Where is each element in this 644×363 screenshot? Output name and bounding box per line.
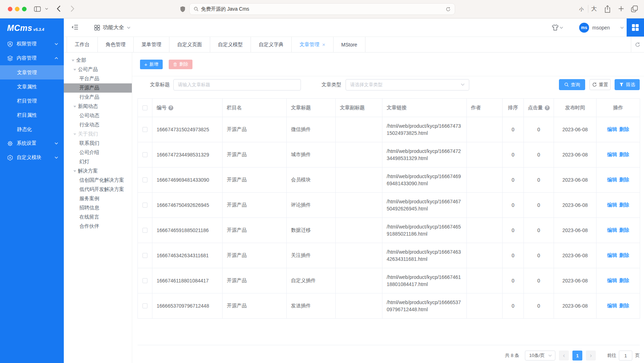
edit-link[interactable]: 编辑 — [607, 126, 617, 133]
tab-overview-icon[interactable] — [631, 5, 638, 12]
username[interactable]: msopen — [592, 18, 610, 37]
tree-node-联系我们[interactable]: 联系我们 — [64, 139, 132, 148]
prev-page-button[interactable]: ‹ — [559, 351, 569, 361]
row-checkbox[interactable] — [142, 127, 147, 132]
breadcrumb[interactable]: 功能大全 — [94, 18, 130, 37]
tree-node-平台产品[interactable]: 平台产品 — [64, 74, 132, 83]
browser-sidebar-icon[interactable] — [34, 6, 41, 12]
tree-expander-icon[interactable] — [73, 170, 76, 172]
tree-node-低代码开发解决方案[interactable]: 低代码开发解决方案 — [64, 185, 132, 194]
tab-菜单管理[interactable]: 菜单管理 — [134, 37, 169, 52]
delete-link[interactable]: 删除 — [619, 303, 629, 309]
tab-自定义字典[interactable]: 自定义字典 — [251, 37, 292, 52]
row-checkbox[interactable] — [142, 203, 147, 208]
delete-link[interactable]: 删除 — [619, 252, 629, 259]
reload-icon[interactable] — [446, 7, 450, 12]
forward-icon[interactable] — [71, 5, 74, 12]
tree-node-公司产品[interactable]: 公司产品 — [64, 65, 132, 74]
edit-link[interactable]: 编辑 — [607, 227, 617, 233]
tab-工作台[interactable]: 工作台 — [67, 37, 98, 52]
next-page-button[interactable]: › — [586, 351, 596, 361]
page-size-select[interactable]: 10条/页 — [525, 351, 555, 361]
sidebar-item-权限管理[interactable]: 权限管理 — [0, 37, 64, 51]
sidebar-subitem-栏目管理[interactable]: 栏目管理 — [0, 94, 64, 108]
search-button[interactable]: 查询 — [559, 79, 585, 90]
refresh-tab-button[interactable] — [631, 37, 644, 52]
theme-chevron-icon[interactable] — [560, 18, 563, 37]
edit-link[interactable]: 编辑 — [607, 202, 617, 208]
tree-node-幻灯[interactable]: 幻灯 — [64, 157, 132, 166]
avatar[interactable]: ms — [579, 18, 589, 37]
sidebar-subitem-文章属性[interactable]: 文章属性 — [0, 79, 64, 94]
tree-node-解决方案[interactable]: 解决方案 — [64, 166, 132, 176]
sidebar-item-内容管理[interactable]: 内容管理 — [0, 51, 64, 65]
sidebar-subitem-文章管理[interactable]: 文章管理 — [0, 65, 64, 79]
delete-link[interactable]: 删除 — [619, 126, 629, 133]
tree-expander-icon[interactable] — [72, 60, 74, 61]
user-chevron-icon[interactable] — [620, 18, 624, 37]
tree-node-信创国产化解决方案[interactable]: 信创国产化解决方案 — [64, 176, 132, 185]
tree-node-合作伙伴[interactable]: 合作伙伴 — [64, 222, 132, 231]
tree-node-开源产品[interactable]: 开源产品 — [64, 83, 132, 93]
tab-角色管理[interactable]: 角色管理 — [98, 37, 134, 52]
tree-node-行业产品[interactable]: 行业产品 — [64, 93, 132, 102]
window-zoom-button[interactable] — [22, 7, 27, 11]
tree-node-行业动态[interactable]: 行业动态 — [64, 120, 132, 130]
current-page-button[interactable]: 1 — [572, 351, 582, 361]
delete-link[interactable]: 删除 — [619, 277, 629, 284]
privacy-shield-icon[interactable] — [180, 6, 185, 12]
tree-expander-icon[interactable] — [73, 133, 76, 135]
goto-page-input[interactable] — [619, 351, 632, 361]
tree-node-公司动态[interactable]: 公司动态 — [64, 111, 132, 120]
tab-自定义页面[interactable]: 自定义页面 — [169, 37, 210, 52]
tree-node-在线留言[interactable]: 在线留言 — [64, 213, 132, 222]
tree-node-新闻动态[interactable]: 新闻动态 — [64, 102, 132, 111]
row-checkbox[interactable] — [142, 303, 147, 308]
sidebar-item-系统设置[interactable]: 系统设置 — [0, 136, 64, 150]
tree-node-公司介绍[interactable]: 公司介绍 — [64, 148, 132, 157]
edit-link[interactable]: 编辑 — [607, 303, 617, 309]
sidebar-subitem-栏目属性[interactable]: 栏目属性 — [0, 108, 64, 122]
reset-button[interactable]: 重置 — [589, 79, 611, 90]
row-checkbox[interactable] — [142, 253, 147, 258]
window-close-button[interactable] — [8, 7, 12, 11]
collapse-menu-icon[interactable] — [72, 24, 78, 30]
text-smaller-button[interactable]: 小 — [579, 6, 584, 12]
tree-expander-icon[interactable] — [73, 69, 76, 71]
delete-link[interactable]: 删除 — [619, 202, 629, 208]
text-larger-button[interactable]: 大 — [591, 5, 597, 13]
close-icon[interactable]: × — [322, 42, 325, 47]
tree-node-关于我们[interactable]: 关于我们 — [64, 130, 132, 139]
sidebar-subitem-静态化[interactable]: 静态化 — [0, 122, 64, 136]
filter-button[interactable]: 筛选 — [615, 79, 640, 90]
apps-grid-button[interactable] — [627, 18, 644, 37]
delete-button[interactable]: 删除 — [169, 60, 192, 69]
new-tab-icon[interactable] — [618, 6, 624, 12]
type-filter-select[interactable]: 请选择文章类型 — [346, 79, 469, 90]
row-checkbox[interactable] — [142, 278, 147, 283]
add-button[interactable]: + 新增 — [140, 60, 163, 69]
edit-link[interactable]: 编辑 — [607, 252, 617, 259]
theme-skin-icon[interactable] — [551, 18, 559, 37]
delete-link[interactable]: 删除 — [619, 227, 629, 233]
tree-node-服务案例[interactable]: 服务案例 — [64, 194, 132, 203]
row-checkbox[interactable] — [142, 228, 147, 233]
select-all-checkbox[interactable] — [142, 105, 147, 110]
edit-link[interactable]: 编辑 — [607, 152, 617, 158]
title-filter-input[interactable] — [173, 79, 301, 90]
share-icon[interactable] — [604, 5, 611, 13]
delete-link[interactable]: 删除 — [619, 152, 629, 158]
tab-MStore[interactable]: MStore — [334, 37, 365, 52]
edit-link[interactable]: 编辑 — [607, 277, 617, 284]
delete-link[interactable]: 删除 — [619, 177, 629, 183]
row-checkbox[interactable] — [142, 177, 147, 182]
address-bar[interactable]: 免费开源的 Java Cms — [190, 4, 455, 15]
back-icon[interactable] — [57, 5, 61, 12]
tree-node-全部[interactable]: 全部 — [64, 56, 132, 65]
tab-自定义模型[interactable]: 自定义模型 — [210, 37, 251, 52]
edit-link[interactable]: 编辑 — [607, 177, 617, 183]
window-minimize-button[interactable] — [15, 7, 19, 11]
tree-node-招聘信息[interactable]: 招聘信息 — [64, 203, 132, 213]
sidebar-item-自定义模块[interactable]: 自定义模块 — [0, 150, 64, 165]
sidebar-chevron-icon[interactable] — [45, 8, 48, 10]
